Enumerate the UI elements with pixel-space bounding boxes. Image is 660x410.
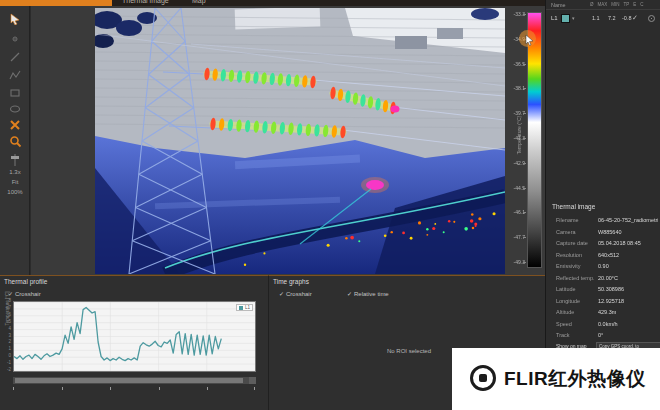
metadata-label: Camera — [556, 229, 576, 235]
roi-column-header: MAX — [598, 2, 608, 7]
scale-tick-mark — [523, 188, 526, 189]
metadata-label: Altitude — [556, 309, 574, 315]
zoom-tool-icon[interactable] — [7, 134, 23, 148]
scrollbar-thumb[interactable] — [15, 378, 243, 383]
metadata-row: Altitude429.3m — [546, 307, 660, 319]
cursor-tool-icon[interactable] — [7, 12, 23, 26]
roi-column-header: MIN — [611, 2, 619, 7]
metadata-label: Longitude — [556, 298, 580, 304]
metadata-row: Emissivity0.90 — [546, 261, 660, 273]
profile-crosshair-checkbox[interactable]: ✓Crosshair — [8, 290, 41, 297]
watermark-banner: FLIR红外热像仪 — [452, 348, 660, 410]
legend-label: L1 — [245, 305, 250, 310]
metadata-row: Reflected temp.20.00°C — [546, 273, 660, 285]
metadata-value: 20.00°C — [598, 275, 658, 281]
metadata-row: Speed0.0km/h — [546, 319, 660, 331]
roi-column-header: TP — [624, 2, 630, 7]
palette-bar[interactable] — [527, 12, 542, 268]
line-tool-icon[interactable] — [7, 50, 23, 64]
metadata-value: 0.90 — [598, 263, 658, 269]
metadata-label: Emissivity — [556, 263, 580, 269]
roi-column-header: C — [640, 2, 643, 7]
thermal-image[interactable] — [95, 8, 505, 274]
metadata-value: 640x512 — [598, 252, 658, 258]
chart-scrollbar[interactable] — [13, 377, 256, 384]
delete-roi-icon[interactable] — [7, 118, 23, 132]
metadata-value: 12.925718 — [598, 298, 658, 304]
metadata-row: Resolution640x512 — [546, 250, 660, 262]
x-tick-mark — [254, 387, 255, 390]
scale-tick-label: -47.7 — [501, 234, 525, 240]
x-tick-mark — [62, 387, 63, 390]
roi-table-header: Name ØMAXMINTPEC — [546, 1, 660, 10]
metadata-row: Filename06-45-20-752_radiometric.jpg — [546, 215, 660, 227]
temperature-scale: Temperature (°C) -33.3-34.9-36.5-38.1-39… — [507, 8, 545, 274]
y-tick-label: 0 — [2, 353, 11, 358]
roi-visible-check-icon[interactable]: ✓ — [632, 14, 638, 22]
thermal-profile-panel: Thermal profile ✓Crosshair Temperature [… — [0, 275, 268, 410]
scale-tick-label: -33.3 — [501, 11, 525, 17]
zoom-slider[interactable] — [14, 154, 16, 166]
metadata-label: Reflected temp. — [556, 275, 595, 281]
watermark-text: FLIR红外热像仪 — [504, 366, 646, 392]
ellipse-tool-icon[interactable] — [7, 102, 23, 116]
metadata-value: 0° — [598, 332, 658, 338]
scale-tick-label: -39.7 — [501, 110, 525, 116]
metadata-value: 0.0km/h — [598, 321, 658, 327]
y-tick-label: 5 — [2, 319, 11, 324]
x-tick-mark — [159, 387, 160, 390]
scale-tick-label: -36.5 — [501, 61, 525, 67]
roi-column-header: E — [633, 2, 636, 7]
metadata-row: Track0° — [546, 330, 660, 342]
rectangle-tool-icon[interactable] — [7, 86, 23, 100]
scale-tick-mark — [523, 262, 526, 263]
x-tick-mark — [13, 387, 14, 390]
hotspot — [366, 180, 384, 190]
profile-chart[interactable]: L1 — [13, 301, 256, 372]
flir-logo-icon — [470, 365, 496, 391]
scale-tick-label: -38.1 — [501, 85, 525, 91]
metadata-label: Capture date — [556, 240, 588, 246]
check-icon: ✓ — [347, 291, 352, 297]
metadata-value: 429.3m — [598, 309, 658, 315]
point-tool-icon[interactable] — [7, 32, 23, 46]
zoom-percent-label: 100% — [0, 189, 30, 195]
scale-tick-mark — [523, 14, 526, 15]
chart-legend: L1 — [236, 304, 253, 311]
fit-button[interactable]: Fit — [0, 179, 30, 185]
time-crosshair-checkbox[interactable]: ✓Crosshair — [279, 290, 312, 297]
tab-thermal-image[interactable]: Thermal image — [122, 0, 169, 4]
roi-avg-value: 1.1 — [592, 15, 600, 21]
tab-map[interactable]: Map — [192, 0, 206, 4]
thermal-profile-title: Thermal profile — [4, 278, 47, 285]
metadata-label: Latitude — [556, 286, 576, 292]
roi-column-header: Ø — [590, 2, 594, 7]
y-tick-label: 1 — [2, 346, 11, 351]
polyline-tool-icon[interactable] — [7, 68, 23, 82]
roi-table-row[interactable]: L1 ▾ 1.1 7.2 -0.8 ✓ — [546, 12, 660, 25]
scrollbar-arrow-button[interactable] — [249, 377, 256, 384]
scale-tick-label: -44.5 — [501, 185, 525, 191]
metadata-value: 05.04.2018 08:45 — [598, 240, 658, 246]
no-roi-message: No ROI selected — [387, 348, 431, 354]
scale-tick-label: -46.1 — [501, 209, 525, 215]
scale-tick-label: -49.3 — [501, 259, 525, 265]
scale-tick-mark — [523, 212, 526, 213]
roi-color-swatch[interactable] — [561, 14, 570, 23]
y-tick-label: 3 — [2, 333, 11, 338]
roi-min-value: -0.8 — [622, 15, 631, 21]
roi-settings-icon[interactable] — [648, 15, 655, 22]
metadata-row: Longitude12.925718 — [546, 296, 660, 308]
metadata-label: Track — [556, 332, 570, 338]
roi-name-header: Name — [551, 2, 566, 8]
y-tick-label: -2 — [2, 367, 11, 372]
y-tick-label: 6 — [2, 312, 11, 317]
chevron-down-icon[interactable]: ▾ — [572, 15, 575, 21]
zoom-slider-knob[interactable] — [11, 156, 19, 159]
scale-tick-mark — [523, 88, 526, 89]
scale-tick-mark — [523, 237, 526, 238]
y-tick-label: 8 — [2, 298, 11, 303]
relative-time-checkbox[interactable]: ✓Relative time — [347, 290, 389, 297]
scale-tick-mark — [523, 113, 526, 114]
metadata-value: 50.308986 — [598, 286, 658, 292]
